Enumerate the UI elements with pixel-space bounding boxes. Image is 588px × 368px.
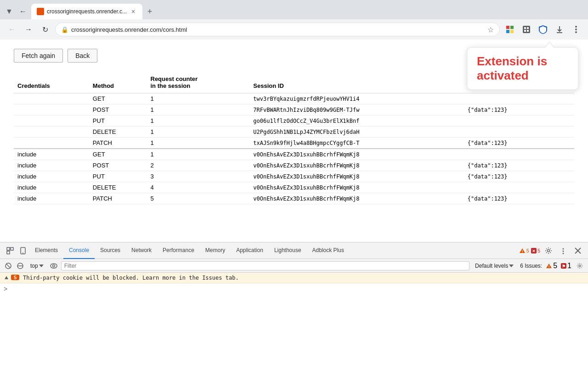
- cell-data: [464, 149, 574, 160]
- fetch-again-button[interactable]: Fetch again: [14, 49, 63, 63]
- cell-counter: 1: [147, 138, 250, 149]
- svg-rect-1: [510, 26, 514, 29]
- tab-title: crossoriginrequests.onrender.c...: [47, 8, 127, 15]
- table-row: POST 1 7RFvBWARtnJhIzviDBq809w9GEM-TJfw …: [14, 104, 574, 115]
- svg-point-24: [563, 250, 564, 252]
- cell-method: PUT: [89, 171, 147, 182]
- svg-text:✕: ✕: [532, 248, 536, 253]
- svg-point-17: [23, 253, 23, 253]
- cell-method: GET: [89, 93, 147, 104]
- back-tab-button[interactable]: ←: [17, 5, 29, 18]
- console-settings-icon[interactable]: [575, 261, 584, 270]
- devtools-tab-bar: Elements Console Sources Network Perform…: [0, 242, 588, 259]
- tab-lighthouse[interactable]: Lighthouse: [269, 242, 307, 259]
- cell-counter: 3: [147, 171, 250, 182]
- filter-input[interactable]: [61, 261, 469, 270]
- svg-rect-0: [506, 26, 509, 29]
- tab-sources[interactable]: Sources: [95, 242, 126, 259]
- warning-badge[interactable]: ! 5: [519, 248, 529, 253]
- cell-credentials: include: [14, 160, 89, 171]
- tab-console[interactable]: Console: [63, 242, 95, 259]
- cell-credentials: [14, 93, 89, 104]
- console-caret[interactable]: >: [0, 283, 588, 294]
- chrome-menu-button[interactable]: [570, 23, 582, 36]
- tab-close-button[interactable]: ×: [130, 8, 137, 15]
- cell-counter: 2: [147, 160, 250, 171]
- console-clear-icon[interactable]: [4, 261, 13, 270]
- triangle-icon[interactable]: [4, 275, 9, 280]
- issues-warning-badge[interactable]: ! 5: [546, 262, 557, 270]
- tab-elements[interactable]: Elements: [29, 242, 63, 259]
- cell-data: [464, 93, 574, 104]
- cell-credentials: include: [14, 182, 89, 193]
- svg-text:!: !: [548, 264, 550, 269]
- extensions-icon[interactable]: [503, 23, 516, 36]
- console-content: 5 Third-party cookie will be blocked. Le…: [0, 273, 588, 368]
- tab-list-button[interactable]: ▼: [4, 6, 15, 17]
- download-icon[interactable]: [553, 23, 566, 36]
- cell-counter: 1: [147, 149, 250, 160]
- message-count: 5: [11, 275, 19, 280]
- cell-data: {"data":123}: [464, 104, 574, 115]
- table-row: include POST 2 v0OnEhsAvEZx3D1sxuhBBcrhf…: [14, 160, 574, 171]
- tab-application[interactable]: Application: [231, 242, 269, 259]
- table-row: PATCH 1 txAJSn9k9fHjlw4a8BHgmpcCYggfCB-T…: [14, 138, 574, 149]
- cell-session-id: twv3rBYqkazuigmzrfdRPjeuowYHV1i4: [249, 93, 464, 104]
- back-button[interactable]: Back: [68, 49, 97, 63]
- svg-rect-7: [524, 30, 526, 32]
- new-tab-button[interactable]: +: [144, 6, 155, 17]
- toolbar-right: [503, 23, 582, 36]
- devtools-panel: Elements Console Sources Network Perform…: [0, 242, 588, 368]
- bookmark-icon[interactable]: ☆: [487, 25, 494, 34]
- console-toolbar: top Default levels 6 Issues: ! 5: [0, 259, 588, 273]
- filter-toggle-icon[interactable]: [16, 261, 25, 270]
- log-levels-button[interactable]: Default levels: [472, 262, 516, 270]
- svg-rect-6: [527, 27, 529, 29]
- table-row: include PUT 3 v0OnEhsAvEZx3D1sxuhBBcrhfF…: [14, 171, 574, 182]
- bitwarden-icon[interactable]: [537, 23, 549, 36]
- tab-network[interactable]: Network: [126, 242, 157, 259]
- svg-point-34: [52, 264, 55, 267]
- address-bar[interactable]: 🔒 crossoriginrequests.onrender.com/cors.…: [55, 23, 500, 36]
- svg-point-25: [563, 253, 564, 254]
- back-button[interactable]: ←: [6, 23, 18, 36]
- inspect-icon[interactable]: [4, 244, 17, 257]
- settings-icon[interactable]: [542, 244, 555, 257]
- cell-data: {"data":123}: [464, 171, 574, 182]
- devtools-more-icon[interactable]: [557, 244, 570, 257]
- cell-session-id: v0OnEhsAvEZx3D1sxuhBBcrhfFWqmKj8: [249, 149, 464, 160]
- cell-counter: 1: [147, 93, 250, 104]
- cell-method: GET: [89, 149, 147, 160]
- cell-data: {"data":123}: [464, 138, 574, 149]
- svg-point-11: [575, 29, 577, 30]
- col-session-id: Session ID: [249, 74, 464, 93]
- forward-button[interactable]: →: [22, 23, 35, 36]
- cell-session-id: v0OnEhsAvEZx3D1sxuhBBcrhfFWqmKj8: [249, 160, 464, 171]
- top-context-selector[interactable]: top: [28, 262, 46, 270]
- cell-data: {"data":123}: [464, 160, 574, 171]
- svg-rect-8: [527, 30, 529, 32]
- active-tab[interactable]: crossoriginrequests.onrender.c... ×: [31, 4, 142, 19]
- svg-rect-4: [523, 26, 530, 33]
- svg-rect-2: [506, 30, 509, 33]
- cell-credentials: [14, 104, 89, 115]
- table-row: include GET 1 v0OnEhsAvEZx3D1sxuhBBcrhfF…: [14, 149, 574, 160]
- cell-session-id: v0OnEhsAvEZx3D1sxuhBBcrhfFWqmKj8: [249, 193, 464, 204]
- table-row: PUT 1 go06u1lflzOdOCcZ_V4Gu3brElX1kBnf: [14, 115, 574, 126]
- tab-memory[interactable]: Memory: [200, 242, 231, 259]
- tab-adblock-plus[interactable]: Adblock Plus: [307, 242, 350, 259]
- cell-method: POST: [89, 104, 147, 115]
- cell-method: DELETE: [89, 182, 147, 193]
- extension-puzzle-icon[interactable]: [520, 23, 533, 36]
- device-toolbar-icon[interactable]: [17, 244, 29, 257]
- eye-icon[interactable]: [49, 261, 58, 270]
- issues-error-badge[interactable]: ⚑ 1: [561, 262, 571, 270]
- data-table: Credentials Method Request counterin the…: [14, 74, 574, 204]
- reload-button[interactable]: ↻: [39, 23, 51, 36]
- tab-performance[interactable]: Performance: [157, 242, 200, 259]
- svg-rect-5: [524, 27, 526, 29]
- error-badge[interactable]: ✕ 5: [531, 248, 540, 253]
- close-devtools-icon[interactable]: [571, 244, 584, 257]
- col-credentials: Credentials: [14, 74, 89, 93]
- address-toolbar: ← → ↻ 🔒 crossoriginrequests.onrender.com…: [0, 19, 588, 40]
